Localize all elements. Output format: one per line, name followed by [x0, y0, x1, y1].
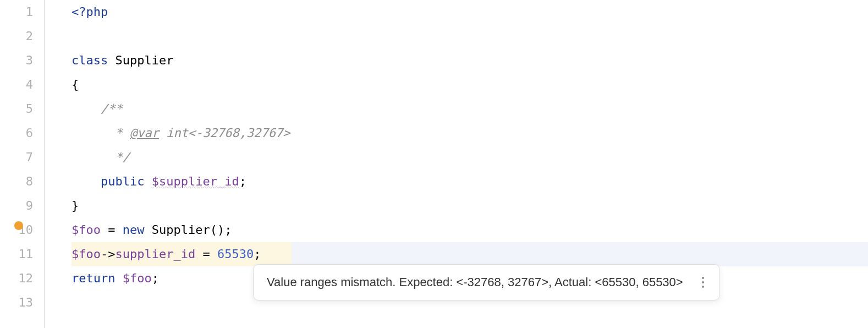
line-number: 4	[0, 73, 33, 97]
code-line[interactable]: <?php	[72, 0, 868, 24]
line-number: 1	[0, 0, 33, 24]
gutter-separator	[44, 0, 72, 328]
brace: }	[72, 199, 79, 212]
class-keyword: class	[72, 53, 108, 67]
code-line[interactable]: */	[72, 145, 868, 170]
number-literal: 65530	[217, 247, 254, 261]
code-line[interactable]: /**	[72, 97, 868, 121]
code-line[interactable]	[72, 24, 868, 48]
line-number: 5	[0, 97, 33, 121]
code-line[interactable]: }	[72, 194, 868, 218]
brace: {	[72, 78, 79, 91]
equals: =	[101, 223, 123, 237]
indent	[72, 150, 108, 164]
docblock-close: */	[108, 150, 130, 164]
line-number: 11	[0, 242, 33, 266]
docblock-open: /**	[101, 102, 123, 116]
more-actions-icon[interactable]	[700, 275, 706, 290]
property-name: $supplier_id	[152, 174, 239, 188]
semicolon: ;	[152, 271, 159, 285]
indent	[72, 126, 108, 140]
php-open-tag: <?php	[72, 5, 108, 19]
line-number: 3	[0, 48, 33, 73]
constructor-call: Supplier();	[144, 223, 232, 237]
line-number: 2	[0, 24, 33, 48]
class-name: Supplier	[115, 53, 173, 67]
line-number: 8	[0, 170, 33, 194]
return-keyword: return	[72, 271, 115, 285]
code-line[interactable]: class Supplier	[72, 48, 868, 73]
equals: =	[195, 247, 217, 261]
code-line[interactable]: $foo->supplier_id = 65530;	[72, 242, 868, 266]
indent	[72, 102, 101, 116]
docblock-star: *	[108, 126, 130, 140]
docblock-type: int<-32768,32767>	[159, 126, 290, 140]
line-number: 9	[0, 194, 33, 218]
line-number: 12	[0, 266, 33, 291]
code-line[interactable]: public $supplier_id;	[72, 170, 868, 194]
line-number: 13	[0, 291, 33, 315]
code-line[interactable]: $foo = new Supplier();	[72, 218, 868, 242]
tooltip-message: Value ranges mismatch. Expected: <-32768…	[267, 275, 683, 289]
indent	[72, 174, 101, 188]
line-number: 7	[0, 145, 33, 170]
variable: $foo	[72, 223, 101, 237]
property-access: supplier_id	[115, 247, 195, 261]
warning-marker-icon[interactable]	[14, 221, 23, 230]
variable: $foo	[72, 247, 101, 261]
semicolon: ;	[239, 174, 246, 188]
code-line[interactable]: * @var int<-32768,32767>	[72, 121, 868, 145]
semicolon: ;	[254, 247, 261, 261]
line-gutter: 1 2 3 4 5 6 7 8 9 10 11 12 13	[0, 0, 44, 328]
line-number: 6	[0, 121, 33, 145]
new-keyword: new	[123, 223, 145, 237]
arrow-operator: ->	[101, 247, 116, 261]
public-keyword: public	[101, 174, 144, 188]
inspection-tooltip: Value ranges mismatch. Expected: <-32768…	[253, 264, 720, 300]
variable: $foo	[115, 271, 151, 285]
code-line[interactable]: {	[72, 73, 868, 97]
docblock-tag: @var	[130, 126, 159, 140]
